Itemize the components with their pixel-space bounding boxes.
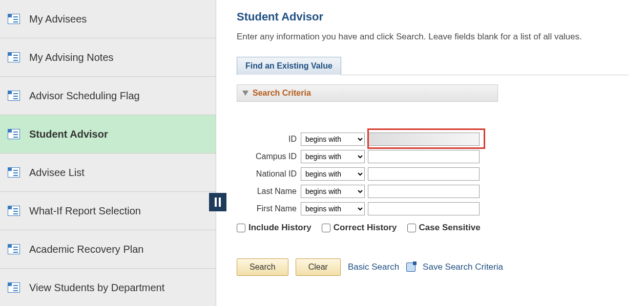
- checkbox-icon[interactable]: [322, 224, 330, 232]
- op-select-id[interactable]: begins with: [301, 133, 365, 146]
- sidebar-item-advisor-scheduling-flag[interactable]: Advisor Scheduling Flag: [0, 77, 216, 115]
- row-campus-id: Campus ID begins with: [237, 150, 629, 163]
- sidebar-item-label: My Advising Notes: [29, 52, 114, 63]
- app-root: My Advisees My Advising Notes Advisor Sc…: [0, 0, 644, 306]
- sidebar-item-label: Advisor Scheduling Flag: [29, 90, 140, 102]
- sidebar-item-what-if-report[interactable]: What-If Report Selection: [0, 192, 216, 230]
- search-criteria-box: Search Criteria: [237, 84, 498, 102]
- tab-find-existing[interactable]: Find an Existing Value: [237, 57, 341, 75]
- check-label: Case Sensitive: [419, 223, 481, 233]
- row-last-name: Last Name begins with: [237, 185, 629, 198]
- sidebar-item-my-advisees[interactable]: My Advisees: [0, 0, 216, 38]
- label-id: ID: [237, 135, 301, 144]
- label-first-name: First Name: [237, 204, 301, 213]
- sidebar: My Advisees My Advising Notes Advisor Sc…: [0, 0, 216, 306]
- sidebar-item-label: Advisee List: [29, 167, 85, 179]
- input-national-id[interactable]: [368, 167, 480, 181]
- row-first-name: First Name begins with: [237, 202, 629, 215]
- collapse-triangle-icon: [242, 91, 248, 96]
- sidebar-item-label: Academic Recovery Plan: [29, 244, 143, 255]
- label-last-name: Last Name: [237, 187, 301, 196]
- input-id[interactable]: [368, 133, 480, 146]
- sidebar-collapse-handle[interactable]: [209, 193, 226, 211]
- pause-bar-icon: [219, 198, 221, 207]
- clear-button[interactable]: Clear: [296, 258, 341, 276]
- actions-row: Search Clear Basic Search Save Search Cr…: [237, 258, 629, 276]
- main-content: Student Advisor Enter any information yo…: [216, 0, 644, 306]
- save-search-icon[interactable]: [406, 263, 416, 272]
- row-national-id: National ID begins with: [237, 167, 629, 181]
- op-select-first-name[interactable]: begins with: [301, 202, 365, 215]
- page-title: Student Advisor: [237, 10, 629, 24]
- basic-search-link[interactable]: Basic Search: [348, 262, 399, 272]
- page-instructions: Enter any information you have and click…: [237, 32, 629, 42]
- op-select-last-name[interactable]: begins with: [301, 185, 365, 198]
- sidebar-item-academic-recovery[interactable]: Academic Recovery Plan: [0, 230, 216, 269]
- document-icon: [8, 14, 20, 24]
- document-icon: [8, 282, 20, 293]
- check-case-sensitive[interactable]: Case Sensitive: [407, 223, 481, 233]
- input-campus-id[interactable]: [368, 150, 480, 163]
- check-label: Correct History: [334, 223, 397, 233]
- document-icon: [8, 129, 20, 139]
- label-campus-id: Campus ID: [237, 152, 301, 161]
- sidebar-item-label: What-If Report Selection: [29, 205, 141, 217]
- checkbox-row: Include History Correct History Case Sen…: [237, 223, 629, 233]
- document-icon: [8, 206, 20, 216]
- tab-row: Find an Existing Value: [237, 56, 629, 75]
- sidebar-item-student-advisor[interactable]: Student Advisor: [0, 115, 216, 154]
- document-icon: [8, 52, 20, 62]
- criteria-title: Search Criteria: [253, 89, 311, 98]
- sidebar-item-label: My Advisees: [29, 13, 87, 25]
- input-first-name[interactable]: [368, 202, 480, 215]
- op-select-national-id[interactable]: begins with: [301, 167, 365, 181]
- search-form: ID begins with Campus ID begins with Nat…: [237, 112, 629, 276]
- checkbox-icon[interactable]: [237, 224, 245, 232]
- pause-bar-icon: [215, 198, 217, 207]
- sidebar-item-label: Student Advisor: [29, 128, 108, 140]
- document-icon: [8, 244, 20, 254]
- sidebar-item-my-advising-notes[interactable]: My Advising Notes: [0, 38, 216, 77]
- sidebar-item-view-students-dept[interactable]: View Students by Department: [0, 269, 216, 306]
- sidebar-item-label: View Students by Department: [29, 282, 164, 294]
- checkbox-icon[interactable]: [407, 224, 416, 232]
- row-id: ID begins with: [237, 133, 629, 146]
- sidebar-item-advisee-list[interactable]: Advisee List: [0, 154, 216, 192]
- criteria-header[interactable]: Search Criteria: [237, 84, 498, 102]
- check-correct-history[interactable]: Correct History: [322, 223, 397, 233]
- check-label: Include History: [248, 223, 311, 233]
- document-icon: [8, 167, 20, 178]
- check-include-history[interactable]: Include History: [237, 223, 311, 233]
- search-button[interactable]: Search: [237, 258, 288, 276]
- label-national-id: National ID: [237, 169, 301, 179]
- input-last-name[interactable]: [368, 185, 480, 198]
- op-select-campus-id[interactable]: begins with: [301, 150, 365, 163]
- save-criteria-link[interactable]: Save Search Criteria: [423, 262, 503, 272]
- document-icon: [8, 91, 20, 101]
